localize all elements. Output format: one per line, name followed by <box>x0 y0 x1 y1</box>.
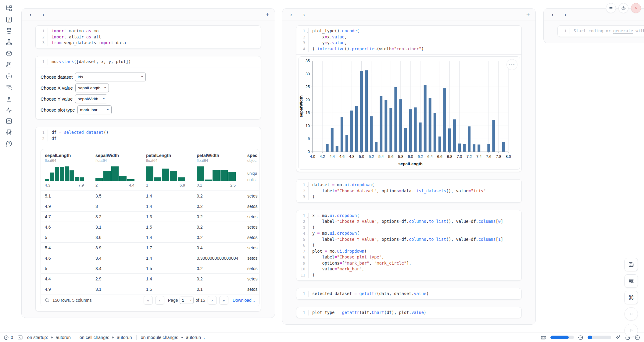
y-value-select[interactable]: sepalWidth <box>75 94 107 103</box>
code-editor[interactable]: 1⌄dataset = mo.ui.dropdown(2 label="Choo… <box>296 180 521 202</box>
save-button[interactable] <box>624 258 638 271</box>
on-module-change-toggle[interactable]: on module change: autorun ⌄ <box>141 335 206 340</box>
table-column-header[interactable]: sepalWidthfloat6424.4 <box>91 153 142 187</box>
code-line[interactable]: 3 y=y.value, <box>296 40 521 46</box>
table-row[interactable]: 4.63.41.40.3000000000000004setos <box>41 253 259 263</box>
column-next-button[interactable]: › <box>562 12 569 17</box>
sidebar-item-scratchpad[interactable] <box>5 128 13 136</box>
stop-button[interactable] <box>624 307 638 321</box>
last-page-button[interactable]: » <box>219 296 228 305</box>
shutdown-button[interactable] <box>631 3 641 13</box>
code-line[interactable]: 6) <box>296 242 521 248</box>
table-column-header[interactable]: petalWidthfloat640.12.5 <box>193 153 243 187</box>
on-startup-toggle[interactable]: on startup: autorun <box>27 335 71 340</box>
settings-button[interactable] <box>618 3 628 13</box>
ai-sparkles-button[interactable] <box>615 335 621 340</box>
terminal-button[interactable] <box>17 335 23 340</box>
code-line[interactable]: 1import marimo as mo <box>36 28 261 34</box>
table-row[interactable]: 5.43.91.70.4setos <box>41 242 259 253</box>
code-line[interactable]: 1⌄plot_type().encode( <box>296 28 521 34</box>
code-line[interactable]: 3) <box>296 225 521 231</box>
column-next-button[interactable]: › <box>301 12 307 17</box>
sidebar-item-file-explorer[interactable] <box>5 4 13 12</box>
code-line[interactable]: 3) <box>296 194 521 200</box>
error-count-badge[interactable]: 0 <box>4 335 13 340</box>
table-row[interactable]: 53.41.50.2setos <box>41 263 259 273</box>
on-cell-change-toggle[interactable]: on cell change: autorun <box>80 335 132 340</box>
dataset-select[interactable]: iris <box>75 73 146 81</box>
sidebar-item-datasources[interactable] <box>5 27 13 35</box>
table-row[interactable]: 4.42.91.40.2setos <box>41 273 259 284</box>
code-editor[interactable]: 1⌄plot_type().encode(2 x=x.value,3 y=y.v… <box>296 26 521 54</box>
code-line[interactable]: 8 label="Choose plot type", <box>296 254 521 260</box>
table-row[interactable]: 4.931.40.2setos <box>41 201 259 211</box>
next-page-button[interactable]: › <box>208 296 217 305</box>
x-value-select[interactable]: sepalLength <box>75 84 109 92</box>
sidebar-item-documentation[interactable] <box>5 94 13 102</box>
table-row[interactable]: 4.63.11.50.2setos <box>41 222 259 232</box>
code-line[interactable]: 4).interactive().properties(width="conta… <box>296 46 521 52</box>
column-next-button[interactable]: › <box>40 12 47 17</box>
search-icon[interactable] <box>45 298 49 303</box>
sidebar-item-dependency-graph[interactable] <box>5 38 13 46</box>
generate-link[interactable]: generate <box>613 28 633 33</box>
code-line[interactable]: 4⌄y = mo.ui.dropdown( <box>296 230 521 237</box>
code-line[interactable]: 1df = selected_dataset() <box>36 130 261 136</box>
keyboard-shortcuts-button[interactable]: ⌘ <box>624 291 638 304</box>
code-line[interactable]: 1⌄x = mo.ui.dropdown( <box>296 213 521 219</box>
code-line[interactable]: 9 options=["mark_bar", "mark_circle"], <box>296 260 521 266</box>
code-line[interactable]: 2 label="Choose X value", options=df.col… <box>296 219 521 225</box>
sidebar-item-tracing[interactable] <box>5 106 13 114</box>
code-line[interactable]: 2import altair as alt <box>36 34 261 40</box>
table-row[interactable]: 5.13.51.40.2setos <box>41 191 259 201</box>
code-line[interactable]: 2df <box>36 136 261 142</box>
first-page-button[interactable]: « <box>144 296 153 305</box>
column-prev-button[interactable]: ‹ <box>549 12 556 17</box>
table-row[interactable]: 53.61.40.2setos <box>41 232 259 242</box>
add-cell-button[interactable]: + <box>266 11 269 18</box>
code-editor[interactable]: 1 Start coding or generate with <box>558 26 644 37</box>
code-line[interactable]: 2 label="Choose dataset", options=data.l… <box>296 188 521 194</box>
code-line[interactable]: 1plot_type = getattr(alt.Chart(df), plot… <box>296 310 521 316</box>
sidebar-item-ai-chat[interactable] <box>5 72 13 80</box>
code-line[interactable]: 10 value="mark_bar", <box>296 266 521 272</box>
code-line[interactable]: 1⌄dataset = mo.ui.dropdown( <box>296 182 521 188</box>
page-select[interactable]: 1 <box>180 297 194 304</box>
code-line[interactable]: 3from vega_datasets import data <box>36 40 261 46</box>
sidebar-item-help[interactable]: ? <box>5 140 13 148</box>
sidebar-item-logs[interactable] <box>5 61 13 69</box>
code-editor[interactable]: 1df = selected_dataset()2df <box>36 127 261 144</box>
code-editor[interactable]: 1selected_dataset = getattr(data, datase… <box>296 288 521 299</box>
code-line[interactable]: 1 Start coding or generate with <box>558 28 644 34</box>
layout-toggle-button[interactable] <box>624 274 638 288</box>
add-cell-button[interactable]: + <box>526 11 530 18</box>
run-button[interactable] <box>624 324 638 337</box>
code-editor[interactable]: 1mo.vstack([dataset, x, y, plot]) <box>36 56 261 67</box>
code-line[interactable]: 1selected_dataset = getattr(data, datase… <box>296 291 521 297</box>
plot-type-select[interactable]: mark_bar <box>77 105 112 114</box>
code-editor[interactable]: 1⌄x = mo.ui.dropdown(2 label="Choose X v… <box>296 210 521 281</box>
table-column-header[interactable]: specobjecuniqunulls: <box>243 153 259 187</box>
code-line[interactable]: 11) <box>296 272 521 278</box>
chart-menu-button[interactable]: ••• <box>506 59 517 70</box>
column-prev-button[interactable]: ‹ <box>288 12 295 17</box>
code-line[interactable]: 7⌄plot = mo.ui.dropdown( <box>296 248 521 255</box>
table-row[interactable]: 4.93.11.50.1setos <box>41 284 259 294</box>
sidebar-item-snippets[interactable] <box>5 117 13 125</box>
sidebar-item-variables[interactable]: f <box>5 16 13 23</box>
code-editor[interactable]: 1import marimo as mo2import altair as al… <box>36 26 261 48</box>
menu-button[interactable] <box>606 3 616 13</box>
code-line[interactable]: 1mo.vstack([dataset, x, y, plot]) <box>36 59 261 65</box>
sidebar-item-packages[interactable] <box>5 49 13 57</box>
chevron-down-icon: ⌄ <box>203 336 206 340</box>
table-column-header[interactable]: sepalLengthfloat644.37.9 <box>41 153 91 187</box>
code-editor[interactable]: 1plot_type = getattr(alt.Chart(df), plot… <box>296 307 521 318</box>
code-line[interactable]: 2 x=x.value, <box>296 34 521 40</box>
prev-page-button[interactable]: ‹ <box>155 296 164 305</box>
column-prev-button[interactable]: ‹ <box>27 12 34 17</box>
table-row[interactable]: 4.73.21.30.2setos <box>41 211 259 222</box>
download-button[interactable]: Download ⌄ <box>233 298 256 303</box>
table-column-header[interactable]: petalLengthfloat6416.9 <box>142 153 193 187</box>
code-line[interactable]: 5 label="Choose Y value", options=df.col… <box>296 237 521 243</box>
sidebar-item-search[interactable] <box>5 83 13 91</box>
